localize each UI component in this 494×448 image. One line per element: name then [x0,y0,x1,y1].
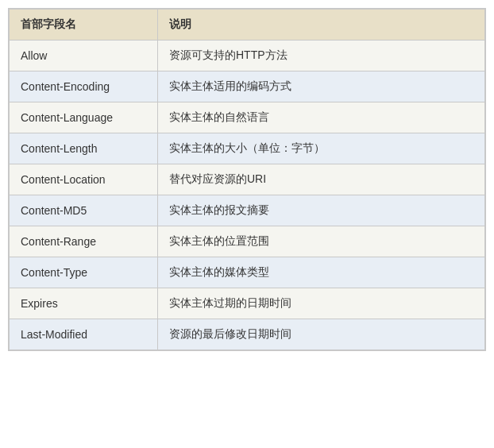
field-name-cell: Content-Language [10,102,158,133]
table-row: Allow资源可支持的HTTP方法 [10,41,485,71]
field-name-cell: Content-Encoding [10,71,158,102]
field-name-cell: Content-Range [10,226,158,257]
field-desc-cell: 实体主体的报文摘要 [158,195,485,226]
field-name-cell: Content-Location [10,164,158,195]
table-row: Content-Language实体主体的自然语言 [10,102,485,133]
field-desc-cell: 实体主体过期的日期时间 [158,288,485,319]
field-desc-cell: 资源可支持的HTTP方法 [158,41,485,71]
field-desc-cell: 实体主体的位置范围 [158,226,485,257]
field-name-cell: Content-MD5 [10,195,158,226]
header-description: 说明 [158,10,485,41]
table-row: Last-Modified资源的最后修改日期时间 [10,319,485,350]
main-table-wrapper: 首部字段名 说明 Allow资源可支持的HTTP方法Content-Encodi… [8,8,486,351]
table-row: Content-Encoding实体主体适用的编码方式 [10,71,485,102]
field-desc-cell: 替代对应资源的URI [158,164,485,195]
field-desc-cell: 资源的最后修改日期时间 [158,319,485,350]
field-desc-cell: 实体主体的大小（单位：字节） [158,133,485,164]
field-name-cell: Last-Modified [10,319,158,350]
table-row: Content-Range实体主体的位置范围 [10,226,485,257]
field-desc-cell: 实体主体的自然语言 [158,102,485,133]
table-row: Content-Type实体主体的媒体类型 [10,257,485,288]
table-row: Content-Location替代对应资源的URI [10,164,485,195]
table-row: Expires实体主体过期的日期时间 [10,288,485,319]
table-row: Content-MD5实体主体的报文摘要 [10,195,485,226]
field-name-cell: Content-Length [10,133,158,164]
field-desc-cell: 实体主体的媒体类型 [158,257,485,288]
http-headers-table: 首部字段名 说明 Allow资源可支持的HTTP方法Content-Encodi… [9,9,485,350]
table-header-row: 首部字段名 说明 [10,10,485,41]
header-field-name: 首部字段名 [10,10,158,41]
field-name-cell: Allow [10,41,158,71]
field-desc-cell: 实体主体适用的编码方式 [158,71,485,102]
field-name-cell: Content-Type [10,257,158,288]
field-name-cell: Expires [10,288,158,319]
table-row: Content-Length实体主体的大小（单位：字节） [10,133,485,164]
